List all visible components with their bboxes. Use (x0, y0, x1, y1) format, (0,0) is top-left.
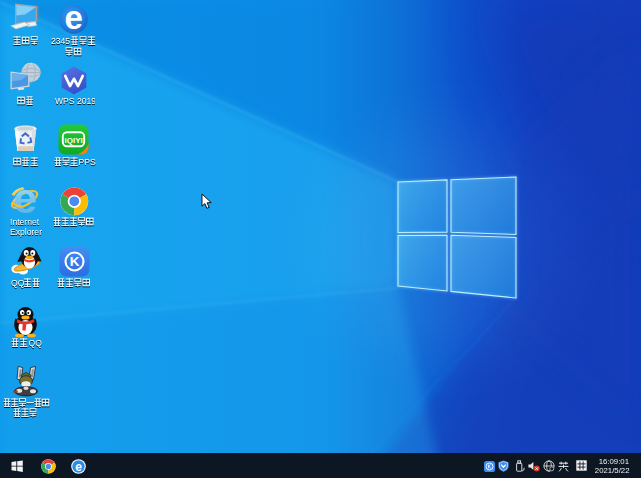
svg-text:e: e (75, 459, 82, 473)
svg-text:K: K (70, 254, 80, 269)
svg-text:QQ: QQ (28, 338, 42, 348)
svg-text:16:09:01: 16:09:01 (599, 457, 629, 466)
svg-text:e: e (13, 184, 37, 217)
svg-text:Internet: Internet (10, 217, 40, 227)
svg-text:2021/5/22: 2021/5/22 (595, 466, 630, 475)
svg-text:WPS 2019: WPS 2019 (55, 96, 95, 106)
svg-text:e: e (64, 5, 82, 34)
svg-text:iQIYI: iQIYI (64, 136, 82, 145)
svg-text:Explorer: Explorer (10, 227, 42, 237)
svg-text:PPS: PPS (79, 157, 96, 167)
svg-text:2345: 2345 (51, 36, 70, 46)
svg-text:QQ: QQ (11, 278, 25, 288)
